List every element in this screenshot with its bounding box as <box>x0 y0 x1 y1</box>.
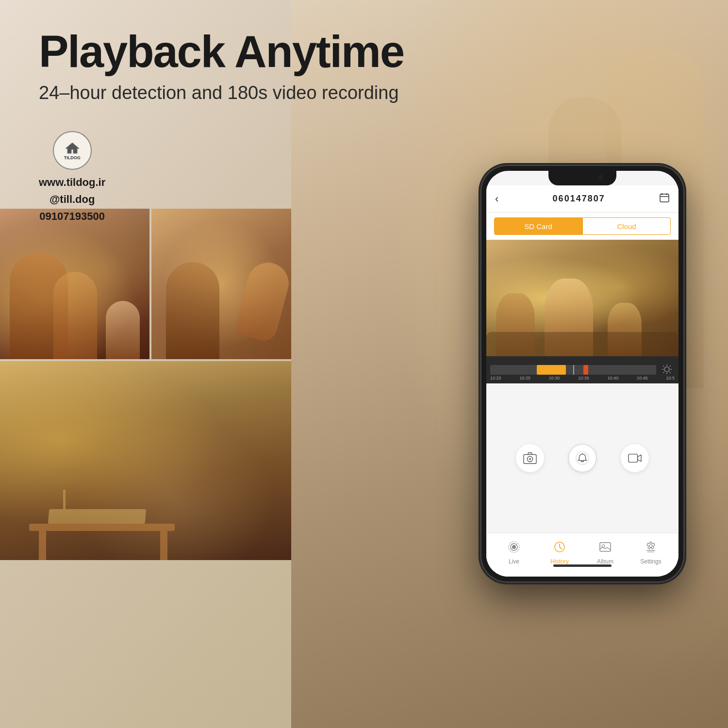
brand-website: www.tildog.ir <box>39 174 105 191</box>
timeline-labels: 10:20 10:25 10:30 10:35 10:40 10:45 10:5 <box>490 376 675 381</box>
phone-body: ‹ 060147807 SD Card Cloud <box>480 165 684 582</box>
table-leg-2 <box>160 531 167 560</box>
svg-rect-10 <box>629 454 638 463</box>
brand-info: www.tildog.ir @till.dog 09107193500 <box>39 174 105 225</box>
video-feed <box>486 240 678 356</box>
time-label-3: 10:30 <box>549 376 560 381</box>
photo-row-bottom <box>0 361 291 560</box>
main-title: Playback Anytime <box>39 29 404 74</box>
nav-live[interactable]: Live <box>491 541 537 565</box>
brand-logo-text: TILDOG <box>64 155 81 160</box>
timeline-event-red <box>583 365 588 375</box>
phone-screen: ‹ 060147807 SD Card Cloud <box>486 171 678 577</box>
speaker <box>588 176 595 179</box>
book <box>48 509 147 524</box>
photo-cell-family-1 <box>0 209 149 359</box>
time-label-5: 10:40 <box>608 376 619 381</box>
album-label: Album <box>597 558 613 565</box>
timeline-bar[interactable]: 10:20 10:25 10:30 10:35 10:40 10:45 10:5 <box>486 356 678 383</box>
history-icon <box>553 541 566 556</box>
phone-notch <box>548 171 616 185</box>
settings-label: Settings <box>640 558 661 565</box>
time-label-1: 10:20 <box>490 376 501 381</box>
subtitle: 24–hour detection and 180s video recordi… <box>39 83 404 103</box>
person-b <box>53 272 97 359</box>
phone-home-bar <box>553 564 612 567</box>
front-camera <box>598 175 603 180</box>
controls-area <box>486 383 678 533</box>
table-surface <box>29 524 175 531</box>
history-label: History <box>550 558 568 565</box>
svg-point-4 <box>664 367 669 372</box>
book-spine <box>63 490 66 509</box>
brand-phone: 09107193500 <box>39 208 105 225</box>
header-section: Playback Anytime 24–hour detection and 1… <box>39 29 404 103</box>
nav-history[interactable]: History <box>537 541 582 565</box>
svg-point-11 <box>512 545 516 549</box>
photo-row-top <box>0 209 291 359</box>
bottom-nav: Live History <box>486 533 678 577</box>
control-buttons <box>516 444 649 472</box>
svg-rect-15 <box>600 543 611 551</box>
record-button[interactable] <box>621 444 649 472</box>
live-icon <box>508 541 520 556</box>
person-c <box>166 262 219 359</box>
svg-point-7 <box>529 458 531 460</box>
settings-icon <box>645 541 657 556</box>
svg-rect-0 <box>660 194 669 202</box>
time-label-7: 10:5 <box>666 376 675 381</box>
timeline-cursor <box>573 365 574 375</box>
timeline-settings-icon[interactable] <box>660 363 675 377</box>
snapshot-button[interactable] <box>516 444 544 472</box>
sd-card-tab[interactable]: SD Card <box>494 217 582 235</box>
nav-settings[interactable]: Settings <box>628 541 674 565</box>
baby-a <box>106 301 140 359</box>
svg-rect-18 <box>646 550 655 551</box>
timeline-track[interactable] <box>490 365 656 375</box>
alarm-button[interactable] <box>568 444 596 472</box>
brand-logo: TILDOG <box>53 131 92 170</box>
photo-collage <box>0 209 291 560</box>
back-button[interactable]: ‹ <box>495 193 498 205</box>
nav-album[interactable]: Album <box>582 541 628 565</box>
album-icon <box>599 541 612 556</box>
app-ui: ‹ 060147807 SD Card Cloud <box>486 185 678 577</box>
time-label-4: 10:35 <box>578 376 589 381</box>
svg-rect-19 <box>647 551 654 552</box>
phone-container: ‹ 060147807 SD Card Cloud <box>480 165 684 582</box>
brand-box: TILDOG www.tildog.ir @till.dog 091071935… <box>39 131 105 225</box>
cloud-tab[interactable]: Cloud <box>582 217 671 235</box>
brand-instagram: @till.dog <box>39 191 105 208</box>
calendar-button[interactable] <box>659 192 670 205</box>
time-label-6: 10:45 <box>637 376 648 381</box>
photo-cell-family-2 <box>151 209 291 359</box>
device-id: 060147807 <box>553 194 605 204</box>
app-header: ‹ 060147807 <box>486 185 678 213</box>
timeline-event-orange <box>537 365 566 375</box>
live-label: Live <box>509 558 519 565</box>
sofa-silhouette <box>486 332 678 356</box>
time-label-2: 10:25 <box>519 376 530 381</box>
storage-tabs: SD Card Cloud <box>486 213 678 240</box>
table-leg-1 <box>39 531 46 560</box>
